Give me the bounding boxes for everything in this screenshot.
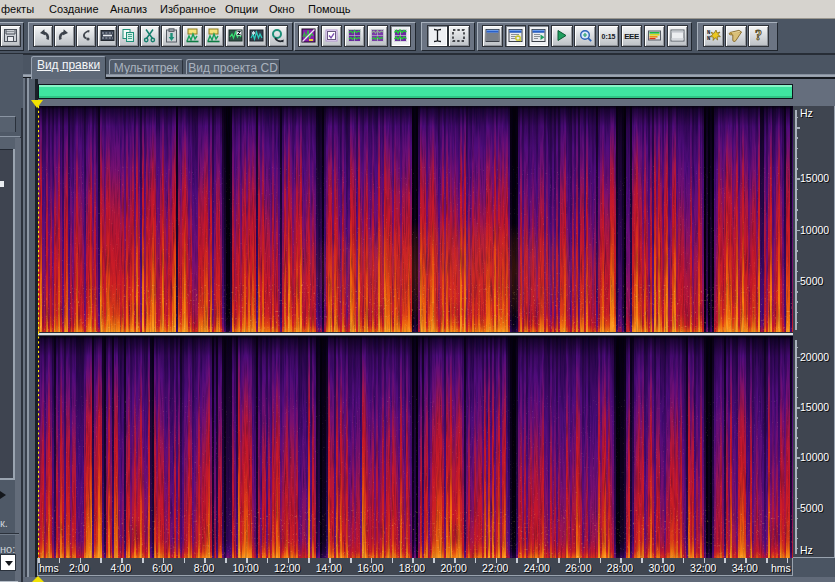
svg-text:0:15: 0:15 — [601, 33, 615, 40]
svg-text:EEE: EEE — [624, 32, 639, 41]
svg-text:?: ? — [755, 28, 762, 43]
svg-text:N: N — [707, 35, 710, 42]
